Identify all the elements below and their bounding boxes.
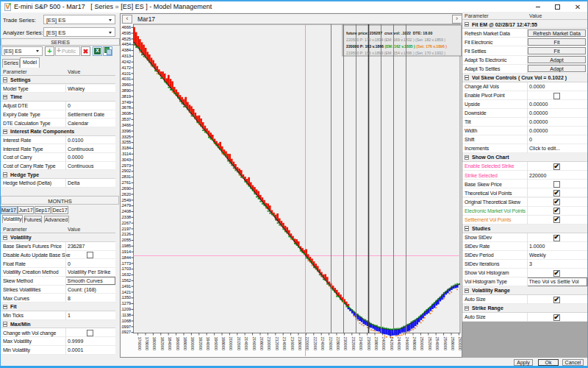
svg-text:214000: 214000 <box>282 337 287 351</box>
svg-text:.1632: .1632 <box>121 272 131 277</box>
svg-text:.3114: .3114 <box>121 152 131 156</box>
svg-text:.3819: .3819 <box>121 94 131 99</box>
svg-text:204000: 204000 <box>244 337 248 351</box>
svg-text:.4384: .4384 <box>121 48 131 52</box>
svg-text:.4525: .4525 <box>121 37 131 41</box>
svg-text:190000: 190000 <box>190 337 195 351</box>
svg-text:256000: 256000 <box>443 337 448 351</box>
svg-text:.1068: .1068 <box>121 319 131 323</box>
svg-text:194000: 194000 <box>206 337 210 351</box>
svg-text:.1350: .1350 <box>121 295 131 300</box>
svg-text:future price: 236287 crux vol: future price: 236287 crux vol: .1022 DTE… <box>346 31 432 35</box>
svg-text:258000: 258000 <box>451 337 455 351</box>
svg-text:.4101: .4101 <box>121 71 131 76</box>
svg-text:.3608: .3608 <box>121 111 131 116</box>
svg-text:220000 P: 163 v.1866 (EM: 162: 220000 P: 163 v.1866 (EM: 162 v.1885 ) (… <box>346 44 447 49</box>
svg-text:.3184: .3184 <box>121 146 131 150</box>
svg-text:.3960: .3960 <box>121 82 131 87</box>
svg-text:.3537: .3537 <box>121 117 131 121</box>
svg-text:220500 P: 170 v.1834 (EM: 169: 220500 P: 170 v.1834 (EM: 169 v.1832 ) (… <box>346 38 445 42</box>
svg-text:.1844: .1844 <box>121 255 131 260</box>
svg-text:.2620: .2620 <box>121 192 131 197</box>
svg-text:238000: 238000 <box>374 337 379 351</box>
svg-text:250000: 250000 <box>420 337 424 351</box>
svg-text:.2549: .2549 <box>121 198 131 202</box>
svg-text:.2479: .2479 <box>121 203 131 208</box>
svg-text:218000: 218000 <box>298 337 302 351</box>
svg-text:254000: 254000 <box>435 337 440 351</box>
svg-text:.3890: .3890 <box>121 88 131 93</box>
svg-text:206000: 206000 <box>252 337 257 351</box>
svg-text:236000: 236000 <box>367 337 371 351</box>
svg-text:210000: 210000 <box>267 337 271 351</box>
svg-text:.1491: .1491 <box>121 284 131 289</box>
svg-text:.4454: .4454 <box>121 42 131 46</box>
svg-text:.4172: .4172 <box>121 66 131 70</box>
svg-text:.3325: .3325 <box>121 135 131 139</box>
svg-text:244000: 244000 <box>397 337 401 351</box>
svg-text:220000: 220000 <box>305 337 309 351</box>
svg-text:.1421: .1421 <box>121 290 131 294</box>
svg-text:.1703: .1703 <box>121 266 131 271</box>
svg-text:252000: 252000 <box>428 337 432 351</box>
svg-text:234000: 234000 <box>359 337 363 351</box>
svg-text:.3043: .3043 <box>121 158 131 162</box>
svg-text:.4595: .4595 <box>121 31 131 35</box>
svg-text:198000: 198000 <box>221 337 226 351</box>
svg-text:.1985: .1985 <box>121 244 131 248</box>
svg-text:240000: 240000 <box>381 337 386 351</box>
svg-text:192000: 192000 <box>198 337 203 351</box>
svg-text:224000: 224000 <box>320 337 325 351</box>
svg-text:.2902: .2902 <box>121 169 131 173</box>
svg-text:186000: 186000 <box>176 337 180 351</box>
svg-text:216000: 216000 <box>290 337 295 351</box>
svg-text:.4313: .4313 <box>121 54 131 58</box>
svg-text:228000: 228000 <box>336 337 340 351</box>
svg-text:.2197: .2197 <box>121 227 131 231</box>
svg-text:226000: 226000 <box>329 337 333 351</box>
svg-text:178000: 178000 <box>145 337 149 351</box>
svg-text:208000: 208000 <box>259 337 264 351</box>
svg-text:188000: 188000 <box>183 337 187 351</box>
svg-text:176000: 176000 <box>137 337 142 351</box>
svg-text:.2408: .2408 <box>121 209 131 213</box>
svg-text:.3466: .3466 <box>121 123 131 127</box>
svg-text:232000: 232000 <box>351 337 356 351</box>
svg-text:.2690: .2690 <box>121 186 131 191</box>
svg-text:230000: 230000 <box>343 337 348 351</box>
svg-text:212000: 212000 <box>275 337 279 351</box>
svg-text:.4242: .4242 <box>121 60 131 64</box>
svg-text:180000: 180000 <box>152 337 157 351</box>
svg-text:.3749: .3749 <box>121 100 131 105</box>
svg-text:.3255: .3255 <box>121 140 131 144</box>
svg-text:.1279: .1279 <box>121 301 131 305</box>
svg-text:200000: 200000 <box>229 337 233 351</box>
svg-text:246000: 246000 <box>405 337 409 351</box>
svg-text:.3678: .3678 <box>121 105 131 110</box>
svg-text:248000: 248000 <box>412 337 417 351</box>
svg-text:.2055: .2055 <box>121 238 131 242</box>
svg-text:.2973: .2973 <box>121 163 131 168</box>
svg-text:242000: 242000 <box>390 337 394 351</box>
svg-text:.0927: .0927 <box>121 330 131 334</box>
svg-text:.1914: .1914 <box>121 250 131 254</box>
svg-text:.4666: .4666 <box>121 25 131 29</box>
svg-text:.2831: .2831 <box>121 174 131 179</box>
svg-text:.2126: .2126 <box>121 232 131 236</box>
svg-text:202000: 202000 <box>237 337 241 351</box>
svg-text:260000: 260000 <box>458 337 462 351</box>
svg-text:.3396: .3396 <box>121 129 131 133</box>
svg-text:222000: 222000 <box>313 337 318 351</box>
svg-text:.0997: .0997 <box>121 325 131 329</box>
svg-text:.4031: .4031 <box>121 77 131 81</box>
svg-text:219500 P: 156 v.1899 (EM: 154: 219500 P: 156 v.1899 (EM: 154 v.1896 ) (… <box>346 51 445 55</box>
svg-text:.2338: .2338 <box>121 215 131 219</box>
svg-text:184000: 184000 <box>168 337 172 351</box>
svg-text:182000: 182000 <box>160 337 165 351</box>
svg-text:.1562: .1562 <box>121 278 131 283</box>
svg-text:.1138: .1138 <box>121 313 131 317</box>
svg-text:.2267: .2267 <box>121 221 131 225</box>
svg-text:.1209: .1209 <box>121 307 131 311</box>
svg-text:.1773: .1773 <box>121 261 131 266</box>
svg-text:.2761: .2761 <box>121 180 131 185</box>
